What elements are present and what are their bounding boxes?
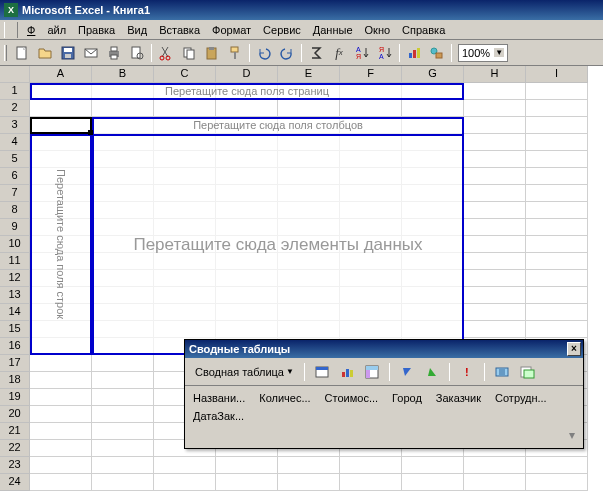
cell[interactable]	[340, 457, 402, 474]
cell[interactable]	[154, 321, 216, 338]
cell[interactable]	[30, 423, 92, 440]
cell[interactable]	[216, 321, 278, 338]
undo-icon[interactable]	[253, 42, 275, 64]
cell[interactable]	[154, 457, 216, 474]
cell[interactable]	[216, 168, 278, 185]
pivot-field[interactable]: Стоимос...	[325, 392, 378, 404]
cell[interactable]	[30, 321, 92, 338]
cell[interactable]	[402, 304, 464, 321]
cell[interactable]	[464, 100, 526, 117]
cell[interactable]	[216, 202, 278, 219]
cell[interactable]	[30, 372, 92, 389]
cell[interactable]	[526, 202, 588, 219]
row-header[interactable]: 11	[0, 253, 30, 270]
row-header[interactable]: 19	[0, 389, 30, 406]
cell[interactable]	[402, 168, 464, 185]
row-header[interactable]: 8	[0, 202, 30, 219]
cell[interactable]	[92, 474, 154, 491]
cell[interactable]	[92, 253, 154, 270]
cell[interactable]	[340, 236, 402, 253]
cell[interactable]	[278, 321, 340, 338]
row-header[interactable]: 9	[0, 219, 30, 236]
cell[interactable]	[464, 474, 526, 491]
cell[interactable]	[464, 219, 526, 236]
pivot-field[interactable]: Количес...	[259, 392, 310, 404]
cell[interactable]	[92, 304, 154, 321]
cell[interactable]	[92, 423, 154, 440]
row-header[interactable]: 7	[0, 185, 30, 202]
row-header[interactable]: 17	[0, 355, 30, 372]
menu-help[interactable]: Справка	[396, 22, 451, 38]
cell[interactable]	[154, 287, 216, 304]
cell[interactable]	[92, 219, 154, 236]
cell[interactable]	[30, 355, 92, 372]
cell[interactable]	[278, 270, 340, 287]
cell[interactable]	[526, 219, 588, 236]
cell[interactable]	[154, 134, 216, 151]
function-icon[interactable]: fx	[328, 42, 350, 64]
pivot-table-menu-button[interactable]: Сводная таблица▼	[191, 364, 298, 380]
cell[interactable]	[526, 168, 588, 185]
cell[interactable]	[216, 457, 278, 474]
cell[interactable]	[464, 134, 526, 151]
format-painter-icon[interactable]	[224, 42, 246, 64]
fill-handle[interactable]	[88, 130, 93, 135]
pivot-wizard-icon[interactable]	[361, 361, 383, 383]
cell[interactable]	[278, 219, 340, 236]
cell[interactable]	[30, 287, 92, 304]
cell[interactable]	[30, 134, 92, 151]
cell[interactable]	[92, 151, 154, 168]
cell[interactable]	[402, 202, 464, 219]
cell[interactable]	[526, 83, 588, 100]
cell[interactable]	[402, 236, 464, 253]
cell[interactable]	[278, 185, 340, 202]
cell[interactable]	[464, 151, 526, 168]
cell[interactable]	[340, 168, 402, 185]
row-header[interactable]: 20	[0, 406, 30, 423]
cell[interactable]	[30, 151, 92, 168]
cell[interactable]	[30, 389, 92, 406]
cell[interactable]	[154, 117, 216, 134]
copy-icon[interactable]	[178, 42, 200, 64]
cell[interactable]	[216, 236, 278, 253]
cell[interactable]	[154, 270, 216, 287]
cell[interactable]	[402, 253, 464, 270]
cell[interactable]	[216, 151, 278, 168]
cell[interactable]	[340, 321, 402, 338]
cell[interactable]	[278, 474, 340, 491]
pivot-field[interactable]: Названи...	[193, 392, 245, 404]
col-header[interactable]: H	[464, 66, 526, 83]
cell[interactable]	[340, 270, 402, 287]
cell[interactable]	[30, 304, 92, 321]
cell[interactable]	[402, 457, 464, 474]
menu-edit[interactable]: Правка	[72, 22, 121, 38]
cell[interactable]	[340, 134, 402, 151]
autosum-icon[interactable]	[305, 42, 327, 64]
row-header[interactable]: 22	[0, 440, 30, 457]
cell[interactable]	[30, 117, 92, 134]
cell[interactable]	[92, 236, 154, 253]
cell[interactable]	[216, 185, 278, 202]
cell[interactable]	[526, 185, 588, 202]
cell[interactable]	[464, 304, 526, 321]
cell[interactable]	[402, 219, 464, 236]
cell[interactable]	[30, 253, 92, 270]
col-header[interactable]: I	[526, 66, 588, 83]
cell[interactable]	[30, 474, 92, 491]
cell[interactable]	[92, 338, 154, 355]
pivot-field[interactable]: ДатаЗак...	[193, 410, 244, 422]
chevron-down-icon[interactable]: ▼	[494, 48, 504, 57]
cell[interactable]	[464, 321, 526, 338]
row-header[interactable]: 4	[0, 134, 30, 151]
cell[interactable]	[92, 202, 154, 219]
cell[interactable]	[402, 287, 464, 304]
cell[interactable]	[92, 457, 154, 474]
cell[interactable]	[464, 270, 526, 287]
cell[interactable]	[278, 202, 340, 219]
cell[interactable]	[278, 253, 340, 270]
sort-asc-icon[interactable]: АЯ	[351, 42, 373, 64]
cell[interactable]	[154, 83, 216, 100]
cell[interactable]	[92, 83, 154, 100]
cell[interactable]	[278, 236, 340, 253]
cell[interactable]	[340, 117, 402, 134]
